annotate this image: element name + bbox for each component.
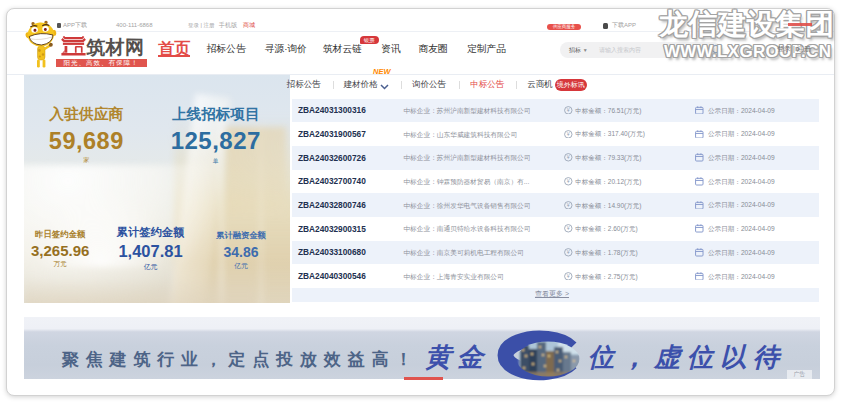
svg-text:¥: ¥	[567, 178, 570, 184]
svg-text:¥: ¥	[567, 155, 570, 161]
svg-text:¥: ¥	[567, 107, 570, 113]
svg-text:¥: ¥	[567, 202, 570, 208]
svg-text:¥: ¥	[567, 273, 570, 279]
svg-text:¥: ¥	[567, 226, 570, 232]
svg-text:¥: ¥	[567, 249, 570, 255]
svg-text:¥: ¥	[567, 131, 570, 137]
